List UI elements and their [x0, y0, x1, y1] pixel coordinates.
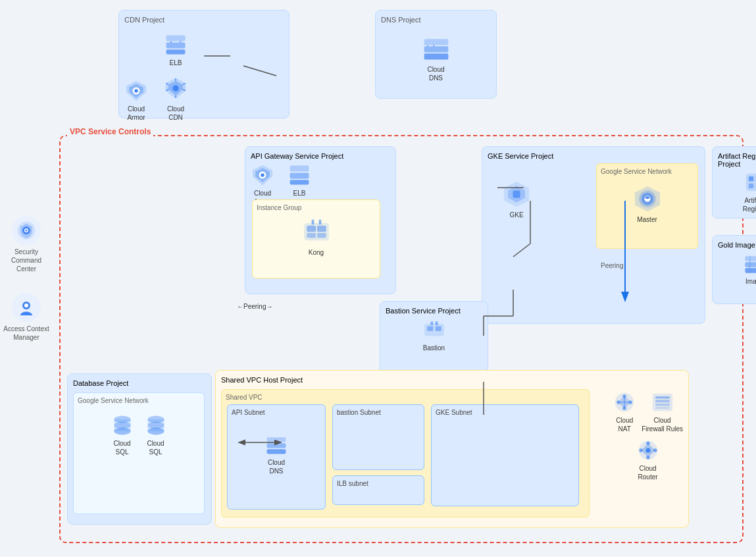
- cloud-router: CloudRouter: [636, 438, 660, 481]
- cloud-sql-1-icon: [111, 413, 134, 437]
- gke-label: GKE: [509, 211, 523, 219]
- svg-rect-24: [424, 53, 448, 59]
- master-label: Master: [637, 215, 657, 224]
- elb-api: ELB: [288, 163, 311, 198]
- vpc-service-controls: VPC Service Controls API Gateway Service…: [59, 135, 743, 543]
- svg-point-89: [646, 442, 649, 445]
- dns-project-title: DNS Project: [381, 16, 491, 24]
- svg-rect-12: [166, 49, 186, 54]
- elb-api-label: ELB: [293, 189, 306, 198]
- svg-rect-22: [424, 39, 448, 45]
- elb-api-icon: [288, 163, 311, 187]
- bastion-service-title: Bastion Service Project: [386, 307, 482, 315]
- svg-rect-51: [745, 256, 756, 261]
- cdn-project: CDN Project CloudArmor: [118, 10, 290, 119]
- svg-rect-60: [435, 321, 438, 325]
- svg-rect-37: [307, 233, 316, 238]
- cloud-sql-1-label: CloudSQL: [113, 439, 130, 456]
- svg-rect-31: [290, 166, 309, 172]
- master-icon-wrapper: Master: [633, 184, 662, 224]
- shared-vpc-inner: Shared VPC API Subnet CloudDNS: [221, 389, 590, 517]
- cloud-firewall-label: CloudFirewall Rules: [642, 416, 683, 433]
- shared-vpc-label: Shared VPC: [226, 394, 585, 401]
- svg-rect-82: [655, 400, 670, 402]
- svg-rect-59: [430, 321, 433, 325]
- artifact-registry-icon: [743, 171, 756, 194]
- svg-rect-81: [655, 396, 670, 399]
- svg-point-9: [134, 89, 138, 92]
- cloud-nat-label: CloudNAT: [616, 416, 633, 433]
- svg-rect-71: [267, 449, 286, 454]
- gold-image-title: Gold Image Project: [718, 241, 756, 249]
- svg-point-21: [172, 85, 178, 91]
- network-components: CloudNAT CloudFirewall Rules: [613, 390, 683, 481]
- bastion-subnet: bastion Subnet: [332, 404, 424, 470]
- svg-rect-70: [267, 443, 286, 448]
- svg-point-30: [261, 173, 264, 176]
- artifact-registry-project: Artifact Registry Project ArtifactRegist…: [712, 146, 756, 219]
- svg-rect-41: [513, 191, 520, 198]
- dns-project-top: DNS Project CloudDNS: [375, 10, 497, 99]
- svg-rect-40: [318, 220, 321, 225]
- gke-subnet: GKE Subnet: [431, 404, 579, 506]
- cloud-sql-2: CloudSQL: [144, 413, 168, 456]
- diagram-container: Security Command Center Access Context M…: [0, 0, 756, 557]
- svg-rect-35: [307, 226, 316, 232]
- api-subnet: API Subnet CloudDNS: [227, 404, 326, 510]
- cdn-project-title: CDN Project: [124, 16, 284, 24]
- svg-rect-69: [267, 437, 286, 442]
- svg-point-3: [26, 229, 28, 231]
- gke-icon: [502, 180, 531, 209]
- svg-point-68: [147, 422, 164, 429]
- gke-icon-wrapper: GKE: [502, 180, 531, 219]
- instance-group-label: Instance Group: [257, 204, 376, 211]
- image-label: Image: [745, 277, 756, 286]
- svg-rect-32: [290, 172, 309, 178]
- image-icon: [743, 252, 756, 275]
- api-gateway-project: API Gateway Service Project CloudArmor: [245, 146, 396, 294]
- cloud-armor-icon: [124, 79, 148, 103]
- main-area: CDN Project CloudArmor: [53, 7, 750, 550]
- svg-rect-52: [745, 262, 756, 267]
- sidebar-item-security-command-center[interactable]: Security Command Center: [3, 216, 49, 273]
- kong-label: Kong: [309, 248, 324, 257]
- cloud-cdn: CloudCDN: [161, 74, 190, 122]
- cloud-cdn-icon: [161, 74, 190, 103]
- cloud-armor-api-icon: [251, 163, 274, 187]
- elb-cdn: ELB: [164, 33, 188, 67]
- cloud-cdn-label: CloudCDN: [167, 105, 184, 122]
- google-service-network-gke: Google Service Network Master: [596, 163, 698, 249]
- svg-point-64: [114, 422, 130, 429]
- database-project-title: Database Project: [73, 379, 206, 387]
- elb-label: ELB: [170, 59, 182, 67]
- cloud-sql-2-label: CloudSQL: [147, 439, 164, 456]
- db-network-label: Google Service Network: [78, 397, 200, 404]
- svg-rect-84: [655, 407, 670, 409]
- cloud-firewall-icon: [651, 390, 674, 414]
- image-icon-wrapper: Image: [743, 252, 756, 286]
- cloud-dns-shared-icon: [265, 433, 288, 456]
- database-project: Database Project Google Service Network: [67, 373, 212, 525]
- cloud-armor-label: CloudArmor: [127, 105, 145, 122]
- peering-db-label: ←Peering→: [236, 303, 274, 310]
- cloud-armor-cdn: CloudArmor: [124, 79, 148, 122]
- bastion-service-project: Bastion Service Project Bastion: [380, 301, 488, 377]
- instance-group-box: Instance Group: [252, 199, 380, 278]
- sidebar-item-access-context-manager[interactable]: Access Context Manager: [3, 293, 49, 342]
- svg-rect-23: [424, 46, 448, 52]
- gke-service-title: GKE Service Project: [488, 152, 699, 160]
- cloud-router-label: CloudRouter: [638, 464, 658, 481]
- ilb-subnet-label: ILB subnet: [337, 480, 420, 487]
- gke-network-label: Google Service Network: [601, 168, 693, 175]
- svg-point-5: [24, 304, 28, 307]
- svg-rect-33: [290, 180, 309, 184]
- bastion-icon-wrapper: Bastion: [422, 318, 446, 352]
- svg-point-86: [645, 448, 650, 452]
- cloud-dns-top: CloudDNS: [422, 34, 451, 82]
- svg-point-88: [653, 448, 657, 452]
- bastion-icon: [422, 318, 446, 342]
- security-command-center-label: Security Command Center: [3, 248, 49, 273]
- svg-rect-58: [435, 327, 441, 331]
- google-service-network-db: Google Service Network CloudSQL: [73, 392, 205, 514]
- shared-vpc-host-project: Shared VPC Host Project Shared VPC API S…: [215, 370, 689, 528]
